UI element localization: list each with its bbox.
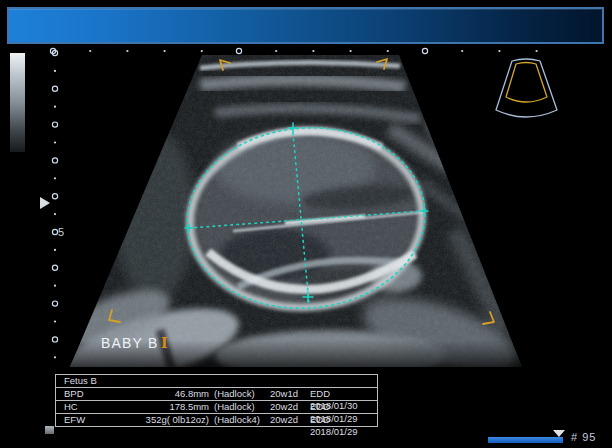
depth-label: 5 bbox=[58, 226, 64, 238]
measurement-row-efw: EFW 352g( 0lb12oz) (Hadlock4) 20w2d EDD … bbox=[56, 413, 377, 426]
ruler-major-tick bbox=[52, 301, 57, 306]
ruler-minor-tick bbox=[54, 177, 56, 179]
ruler-minor-tick bbox=[54, 356, 56, 358]
measurement-ga: 20w2d bbox=[265, 414, 307, 438]
measurement-name: EFW bbox=[56, 414, 100, 438]
ruler-minor-tick bbox=[54, 213, 56, 215]
probe-sector-icon bbox=[496, 59, 557, 117]
ruler-major-tick bbox=[236, 48, 241, 53]
ultrasound-screen: 5 bbox=[0, 0, 612, 448]
measurement-row-hc: HC 178.5mm (Hadlock) 20w2d EDD 2018/01/2… bbox=[56, 400, 377, 413]
measurement-table: Fetus B BPD 46.8mm (Hadlock) 20w1d EDD 2… bbox=[55, 374, 378, 427]
ruler-minor-tick bbox=[350, 50, 352, 52]
focus-marker-icon[interactable] bbox=[40, 197, 50, 209]
ruler-minor-tick bbox=[54, 285, 56, 287]
ruler-minor-tick bbox=[54, 106, 56, 108]
ruler-minor-tick bbox=[54, 320, 56, 322]
ruler-minor-tick bbox=[498, 50, 500, 52]
ruler-minor-tick bbox=[461, 50, 463, 52]
measurement-value: 352g( 0lb12oz) bbox=[100, 414, 209, 438]
ruler-major-tick bbox=[52, 337, 57, 342]
measurement-row-bpd: BPD 46.8mm (Hadlock) 20w1d EDD 2018/01/3… bbox=[56, 388, 377, 400]
ruler-major-tick bbox=[422, 48, 427, 53]
ruler-major-tick bbox=[52, 194, 57, 199]
ruler-minor-tick bbox=[126, 50, 128, 52]
ruler-minor-tick bbox=[387, 50, 389, 52]
ruler-minor-tick bbox=[164, 50, 166, 52]
measurement-table-header: Fetus B bbox=[56, 375, 377, 388]
measurement-edd: EDD 2018/01/29 bbox=[307, 414, 377, 438]
ruler-major-tick bbox=[52, 86, 57, 91]
measurement-formula: (Hadlock4) bbox=[209, 414, 265, 438]
ruler-minor-tick bbox=[312, 50, 314, 52]
text-cursor: I bbox=[161, 335, 168, 351]
cine-progress-bar[interactable] bbox=[488, 437, 563, 443]
table-move-handle[interactable] bbox=[45, 426, 54, 434]
ruler-minor-tick bbox=[54, 249, 56, 251]
cine-position-marker-icon[interactable] bbox=[553, 430, 565, 437]
ruler-minor-tick bbox=[275, 50, 277, 52]
ruler-major-tick bbox=[52, 122, 57, 127]
grayscale-bar bbox=[10, 53, 25, 152]
ruler-minor-tick bbox=[536, 50, 538, 52]
frame-counter: # 95 bbox=[571, 431, 596, 443]
ruler-minor-tick bbox=[201, 50, 203, 52]
left-ruler bbox=[52, 50, 57, 358]
annotation-label[interactable]: BABY B bbox=[101, 335, 159, 351]
ruler-minor-tick bbox=[89, 50, 91, 52]
ruler-minor-tick bbox=[54, 141, 56, 143]
ruler-major-tick bbox=[52, 229, 57, 234]
ruler-minor-tick bbox=[54, 70, 56, 72]
ruler-major-tick bbox=[52, 158, 57, 163]
top-ruler bbox=[50, 48, 537, 53]
ruler-major-tick bbox=[52, 265, 57, 270]
